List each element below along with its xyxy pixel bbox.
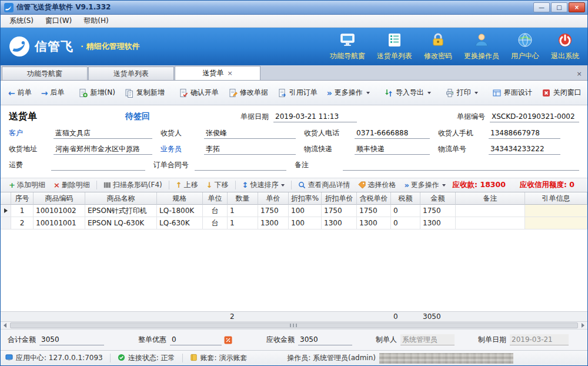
banner-change-operator-button[interactable]: 更换操作员 — [464, 32, 499, 61]
prev-doc-button[interactable]: ← 前单 — [4, 84, 36, 101]
print-button[interactable]: 打印 — [441, 84, 482, 101]
column-header[interactable]: 含税单价 — [357, 192, 391, 205]
edit-discount-icon[interactable] — [224, 336, 232, 344]
cell[interactable] — [456, 217, 525, 229]
cell[interactable]: 1 — [228, 205, 258, 217]
banner-exit-button[interactable]: 退出系统 — [551, 32, 579, 61]
cell[interactable]: EPSON LQ-630K — [85, 217, 157, 229]
table-row[interactable]: 2 100101001 EPSON LQ-630K LQ-630K 台 1 13… — [1, 217, 587, 229]
tracking-input[interactable] — [489, 144, 560, 155]
contract-input[interactable] — [195, 159, 286, 171]
tab-close-icon[interactable]: × — [227, 69, 232, 77]
column-header[interactable]: 折扣率% — [289, 192, 322, 205]
copy-new-button[interactable]: 复制新增 — [121, 84, 169, 101]
scroll-right-icon[interactable] — [579, 322, 587, 329]
cell[interactable]: LQ-630K — [157, 217, 203, 229]
cell[interactable]: 1750 — [258, 205, 289, 217]
cell[interactable]: 台 — [203, 217, 228, 229]
cell[interactable]: 100 — [289, 217, 322, 229]
column-header[interactable]: 单价 — [258, 192, 289, 205]
cell[interactable]: 1300 — [322, 217, 357, 229]
receiver-input[interactable] — [204, 128, 296, 139]
edit-doc-button[interactable]: 修改单据 — [224, 84, 272, 101]
salesman-label[interactable]: 业务员 — [161, 144, 204, 154]
cell[interactable]: 1750 — [357, 205, 391, 217]
delete-detail-button[interactable]: × 删除明细 — [50, 179, 93, 191]
close-button[interactable]: × — [569, 2, 585, 12]
menu-system[interactable]: 系统(S) — [4, 15, 39, 27]
column-header[interactable]: 商品名称 — [85, 192, 157, 205]
close-window-button[interactable]: 关闭窗口 — [537, 84, 586, 101]
cell[interactable]: LQ-1800K — [157, 205, 203, 217]
tab-nav-window[interactable]: 功能导航窗 — [2, 66, 88, 80]
cell[interactable]: 1750 — [322, 205, 357, 217]
column-header[interactable]: 序号 — [11, 192, 34, 205]
mobile-input[interactable] — [489, 128, 560, 139]
cell[interactable] — [525, 217, 587, 229]
cell[interactable]: 1300 — [357, 217, 391, 229]
view-product-button[interactable]: 查看商品详情 — [295, 179, 353, 191]
cell[interactable]: 1 — [228, 217, 258, 229]
horizontal-scrollbar[interactable] — [1, 321, 587, 329]
doc-date-input[interactable] — [273, 111, 357, 122]
quick-sort-button[interactable]: ↕ 快速排序 — [239, 179, 289, 191]
column-header[interactable]: 折扣单价 — [322, 192, 357, 205]
maximize-button[interactable]: □ — [551, 2, 567, 12]
column-header[interactable]: 备注 — [456, 192, 525, 205]
scroll-left-icon[interactable] — [1, 322, 9, 329]
cell[interactable]: 2 — [11, 217, 34, 229]
cell[interactable]: 100 — [289, 205, 322, 217]
cell[interactable]: 1300 — [258, 217, 289, 229]
cell[interactable]: 1 — [11, 205, 34, 217]
new-button[interactable]: 新增(N) — [74, 84, 119, 101]
receivable-amount-input[interactable] — [298, 334, 352, 345]
remark-input[interactable] — [343, 159, 579, 171]
column-header[interactable]: 商品编码 — [34, 192, 85, 205]
cell[interactable]: 100101002 — [34, 205, 85, 217]
tab-delivery-list[interactable]: 送货单列表 — [88, 66, 174, 80]
column-header[interactable]: 规格 — [157, 192, 203, 205]
choose-price-button[interactable]: 选择价格 — [355, 179, 399, 191]
minimize-button[interactable]: — — [533, 2, 550, 12]
more-detail-actions-button[interactable]: » 更多操作 — [400, 179, 449, 191]
row-selector[interactable] — [1, 217, 11, 229]
ui-design-button[interactable]: 界面设计 — [488, 84, 536, 101]
scan-barcode-button[interactable]: 扫描条形码(F4) — [100, 179, 166, 191]
next-doc-button[interactable]: → 后单 — [37, 84, 69, 101]
column-header[interactable]: 税额 — [391, 192, 420, 205]
banner-change-password-button[interactable]: 修改密码 — [424, 32, 452, 61]
express-input[interactable] — [355, 144, 430, 155]
confirm-button[interactable]: 确认开单 — [175, 84, 223, 101]
splitter-grip-icon[interactable] — [290, 324, 298, 327]
address-input[interactable] — [54, 144, 152, 155]
cell[interactable]: 100101001 — [34, 217, 85, 229]
move-up-button[interactable]: ↑ 上移 — [172, 179, 202, 191]
import-export-button[interactable]: 导入导出 — [380, 84, 435, 101]
total-amount-input[interactable] — [39, 334, 104, 345]
discount-input[interactable] — [170, 334, 222, 345]
menu-window[interactable]: 窗口(W) — [40, 15, 77, 27]
banner-user-center-button[interactable]: 用户中心 — [511, 32, 539, 61]
cell[interactable] — [456, 205, 525, 217]
cell[interactable] — [525, 205, 587, 217]
freight-input[interactable] — [51, 159, 145, 171]
cell[interactable]: 1750 — [420, 205, 456, 217]
cell[interactable]: EPSON针式打印机 — [85, 205, 157, 217]
move-down-button[interactable]: ↓ 下移 — [203, 179, 232, 191]
ref-order-button[interactable]: 引用订单 — [273, 84, 322, 101]
column-header[interactable]: 引单信息 — [525, 192, 587, 205]
add-detail-button[interactable]: + 添加明细 — [5, 179, 49, 191]
customer-input[interactable] — [54, 128, 152, 139]
more-actions-button[interactable]: » 更多操作 — [323, 84, 374, 101]
salesman-input[interactable] — [204, 144, 296, 155]
menu-help[interactable]: 帮助(H) — [78, 15, 113, 27]
close-tab-strip-icon[interactable]: × — [574, 69, 584, 78]
row-selector[interactable] — [1, 205, 11, 217]
cell[interactable]: 0 — [391, 217, 420, 229]
phone-input[interactable] — [355, 128, 430, 139]
cell[interactable]: 台 — [203, 205, 228, 217]
customer-label[interactable]: 客户 — [9, 128, 54, 138]
banner-nav-window-button[interactable]: 功能导航窗 — [330, 32, 365, 61]
cell[interactable]: 0 — [391, 205, 420, 217]
banner-delivery-list-button[interactable]: 送货单列表 — [377, 32, 412, 61]
